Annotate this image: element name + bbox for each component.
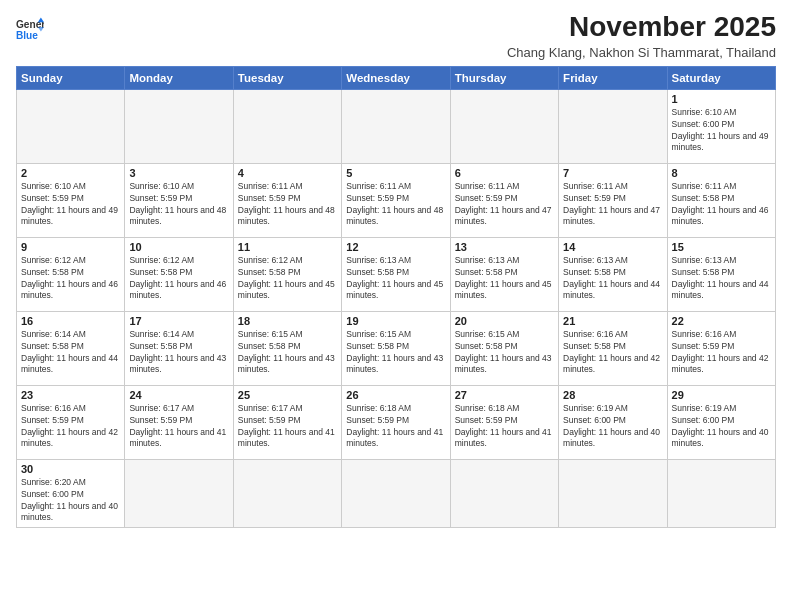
day-info: Sunrise: 6:11 AMSunset: 5:59 PMDaylight:… xyxy=(346,181,445,229)
table-row: 6Sunrise: 6:11 AMSunset: 5:59 PMDaylight… xyxy=(450,163,558,237)
main-title: November 2025 xyxy=(507,12,776,43)
table-row: 10Sunrise: 6:12 AMSunset: 5:58 PMDayligh… xyxy=(125,237,233,311)
day-number: 2 xyxy=(21,167,120,179)
table-row: 20Sunrise: 6:15 AMSunset: 5:58 PMDayligh… xyxy=(450,311,558,385)
day-number: 14 xyxy=(563,241,662,253)
day-info: Sunrise: 6:10 AMSunset: 6:00 PMDaylight:… xyxy=(672,107,771,155)
header-sunday: Sunday xyxy=(17,66,125,89)
table-row xyxy=(233,459,341,528)
header-tuesday: Tuesday xyxy=(233,66,341,89)
day-number: 19 xyxy=(346,315,445,327)
table-row: 17Sunrise: 6:14 AMSunset: 5:58 PMDayligh… xyxy=(125,311,233,385)
day-number: 21 xyxy=(563,315,662,327)
table-row: 24Sunrise: 6:17 AMSunset: 5:59 PMDayligh… xyxy=(125,385,233,459)
day-info: Sunrise: 6:15 AMSunset: 5:58 PMDaylight:… xyxy=(346,329,445,377)
table-row: 23Sunrise: 6:16 AMSunset: 5:59 PMDayligh… xyxy=(17,385,125,459)
day-number: 30 xyxy=(21,463,120,475)
day-info: Sunrise: 6:14 AMSunset: 5:58 PMDaylight:… xyxy=(21,329,120,377)
calendar-table: Sunday Monday Tuesday Wednesday Thursday… xyxy=(16,66,776,529)
table-row: 18Sunrise: 6:15 AMSunset: 5:58 PMDayligh… xyxy=(233,311,341,385)
header-monday: Monday xyxy=(125,66,233,89)
day-number: 12 xyxy=(346,241,445,253)
day-number: 16 xyxy=(21,315,120,327)
table-row xyxy=(342,89,450,163)
table-row: 7Sunrise: 6:11 AMSunset: 5:59 PMDaylight… xyxy=(559,163,667,237)
day-info: Sunrise: 6:12 AMSunset: 5:58 PMDaylight:… xyxy=(129,255,228,303)
table-row: 13Sunrise: 6:13 AMSunset: 5:58 PMDayligh… xyxy=(450,237,558,311)
day-info: Sunrise: 6:19 AMSunset: 6:00 PMDaylight:… xyxy=(563,403,662,451)
table-row xyxy=(450,89,558,163)
day-info: Sunrise: 6:12 AMSunset: 5:58 PMDaylight:… xyxy=(238,255,337,303)
table-row: 22Sunrise: 6:16 AMSunset: 5:59 PMDayligh… xyxy=(667,311,775,385)
header-friday: Friday xyxy=(559,66,667,89)
day-info: Sunrise: 6:16 AMSunset: 5:59 PMDaylight:… xyxy=(21,403,120,451)
day-info: Sunrise: 6:16 AMSunset: 5:58 PMDaylight:… xyxy=(563,329,662,377)
day-number: 9 xyxy=(21,241,120,253)
logo: General Blue xyxy=(16,16,44,44)
day-info: Sunrise: 6:18 AMSunset: 5:59 PMDaylight:… xyxy=(455,403,554,451)
table-row: 14Sunrise: 6:13 AMSunset: 5:58 PMDayligh… xyxy=(559,237,667,311)
table-row: 29Sunrise: 6:19 AMSunset: 6:00 PMDayligh… xyxy=(667,385,775,459)
day-number: 26 xyxy=(346,389,445,401)
table-row: 1Sunrise: 6:10 AMSunset: 6:00 PMDaylight… xyxy=(667,89,775,163)
day-info: Sunrise: 6:18 AMSunset: 5:59 PMDaylight:… xyxy=(346,403,445,451)
day-info: Sunrise: 6:14 AMSunset: 5:58 PMDaylight:… xyxy=(129,329,228,377)
table-row xyxy=(559,459,667,528)
table-row: 5Sunrise: 6:11 AMSunset: 5:59 PMDaylight… xyxy=(342,163,450,237)
day-number: 29 xyxy=(672,389,771,401)
day-number: 10 xyxy=(129,241,228,253)
day-number: 23 xyxy=(21,389,120,401)
day-number: 24 xyxy=(129,389,228,401)
table-row xyxy=(125,89,233,163)
table-row: 28Sunrise: 6:19 AMSunset: 6:00 PMDayligh… xyxy=(559,385,667,459)
calendar-header-row: Sunday Monday Tuesday Wednesday Thursday… xyxy=(17,66,776,89)
day-number: 6 xyxy=(455,167,554,179)
day-number: 11 xyxy=(238,241,337,253)
table-row: 16Sunrise: 6:14 AMSunset: 5:58 PMDayligh… xyxy=(17,311,125,385)
header-wednesday: Wednesday xyxy=(342,66,450,89)
table-row xyxy=(450,459,558,528)
day-info: Sunrise: 6:16 AMSunset: 5:59 PMDaylight:… xyxy=(672,329,771,377)
day-info: Sunrise: 6:15 AMSunset: 5:58 PMDaylight:… xyxy=(455,329,554,377)
header-saturday: Saturday xyxy=(667,66,775,89)
day-info: Sunrise: 6:10 AMSunset: 5:59 PMDaylight:… xyxy=(129,181,228,229)
table-row xyxy=(125,459,233,528)
title-block: November 2025 Chang Klang, Nakhon Si Tha… xyxy=(507,12,776,60)
day-number: 13 xyxy=(455,241,554,253)
table-row: 12Sunrise: 6:13 AMSunset: 5:58 PMDayligh… xyxy=(342,237,450,311)
table-row xyxy=(667,459,775,528)
day-info: Sunrise: 6:11 AMSunset: 5:59 PMDaylight:… xyxy=(238,181,337,229)
day-info: Sunrise: 6:17 AMSunset: 5:59 PMDaylight:… xyxy=(129,403,228,451)
table-row xyxy=(559,89,667,163)
day-info: Sunrise: 6:11 AMSunset: 5:59 PMDaylight:… xyxy=(563,181,662,229)
day-info: Sunrise: 6:13 AMSunset: 5:58 PMDaylight:… xyxy=(455,255,554,303)
table-row: 2Sunrise: 6:10 AMSunset: 5:59 PMDaylight… xyxy=(17,163,125,237)
table-row xyxy=(342,459,450,528)
day-info: Sunrise: 6:13 AMSunset: 5:58 PMDaylight:… xyxy=(672,255,771,303)
logo-icon: General Blue xyxy=(16,16,44,44)
table-row: 8Sunrise: 6:11 AMSunset: 5:58 PMDaylight… xyxy=(667,163,775,237)
day-number: 7 xyxy=(563,167,662,179)
table-row xyxy=(17,89,125,163)
day-info: Sunrise: 6:15 AMSunset: 5:58 PMDaylight:… xyxy=(238,329,337,377)
day-info: Sunrise: 6:10 AMSunset: 5:59 PMDaylight:… xyxy=(21,181,120,229)
day-number: 20 xyxy=(455,315,554,327)
header-thursday: Thursday xyxy=(450,66,558,89)
day-number: 3 xyxy=(129,167,228,179)
day-info: Sunrise: 6:20 AMSunset: 6:00 PMDaylight:… xyxy=(21,477,120,525)
day-info: Sunrise: 6:12 AMSunset: 5:58 PMDaylight:… xyxy=(21,255,120,303)
table-row: 9Sunrise: 6:12 AMSunset: 5:58 PMDaylight… xyxy=(17,237,125,311)
day-info: Sunrise: 6:17 AMSunset: 5:59 PMDaylight:… xyxy=(238,403,337,451)
table-row: 19Sunrise: 6:15 AMSunset: 5:58 PMDayligh… xyxy=(342,311,450,385)
table-row: 26Sunrise: 6:18 AMSunset: 5:59 PMDayligh… xyxy=(342,385,450,459)
day-info: Sunrise: 6:13 AMSunset: 5:58 PMDaylight:… xyxy=(563,255,662,303)
day-number: 1 xyxy=(672,93,771,105)
table-row: 27Sunrise: 6:18 AMSunset: 5:59 PMDayligh… xyxy=(450,385,558,459)
table-row: 11Sunrise: 6:12 AMSunset: 5:58 PMDayligh… xyxy=(233,237,341,311)
day-number: 5 xyxy=(346,167,445,179)
table-row: 4Sunrise: 6:11 AMSunset: 5:59 PMDaylight… xyxy=(233,163,341,237)
table-row: 21Sunrise: 6:16 AMSunset: 5:58 PMDayligh… xyxy=(559,311,667,385)
day-number: 22 xyxy=(672,315,771,327)
header: General Blue November 2025 Chang Klang, … xyxy=(16,12,776,60)
day-info: Sunrise: 6:19 AMSunset: 6:00 PMDaylight:… xyxy=(672,403,771,451)
